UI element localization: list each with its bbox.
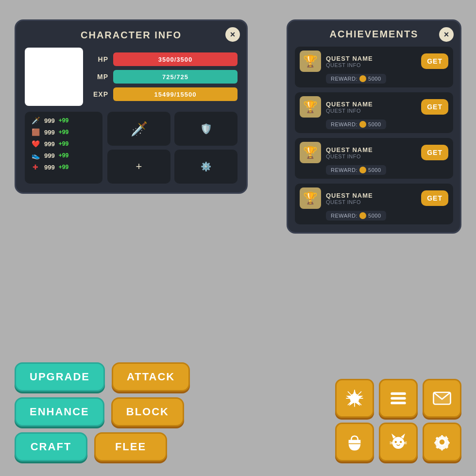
- bottom-buttons-area: UPGRADE ATTACK ENHANCE BLOCK CrAFT FLEE: [15, 362, 190, 461]
- ring-item-icon: ⚙️: [201, 161, 211, 172]
- gear-icon: [432, 432, 452, 452]
- ach-desc: QUEST INFO: [326, 62, 416, 68]
- coin-icon: [359, 212, 366, 219]
- ach-info: QUEST NAME QUEST INFO: [326, 55, 416, 68]
- ach-desc: QUEST INFO: [326, 199, 416, 205]
- inv-item-bonus-4: +99: [59, 164, 68, 170]
- achievement-item: 🏆 QUEST NAME QUEST INFO GET REWARD: 5000: [295, 138, 453, 179]
- ach-info: QUEST NAME QUEST INFO: [326, 146, 416, 159]
- inv-item-count-1: 999: [44, 129, 55, 136]
- trophy-icon: 🏆: [300, 187, 321, 209]
- inv-item-icon-1: 🟫: [31, 127, 40, 137]
- ach-top-row: 🏆 QUEST NAME QUEST INFO GET: [300, 187, 448, 209]
- inv-item-bonus-3: +99: [59, 152, 68, 159]
- mail-button[interactable]: [423, 379, 461, 418]
- ach-info: QUEST NAME QUEST INFO: [326, 192, 416, 205]
- menu-button[interactable]: [379, 379, 418, 418]
- character-info-panel: CHARACTER INFO × HP 3500/3500 MP 725/725…: [15, 19, 248, 194]
- svg-point-12: [392, 437, 405, 449]
- inv-item-bonus-0: +99: [59, 117, 68, 124]
- inventory-item: ✚ 999 +99: [31, 162, 97, 172]
- achievement-item: 🏆 QUEST NAME QUEST INFO GET REWARD: 5000: [295, 184, 453, 224]
- trophy-icon: 🏆: [300, 51, 321, 72]
- achievement-item: 🏆 QUEST NAME QUEST INFO GET REWARD: 5000: [295, 92, 453, 133]
- svg-point-16: [400, 441, 402, 443]
- reward-value: 5000: [368, 76, 381, 82]
- svg-rect-8: [391, 402, 406, 404]
- cat-icon: [388, 432, 408, 452]
- mail-icon: [432, 388, 452, 408]
- cat-button[interactable]: [379, 423, 418, 461]
- hp-label: HP: [90, 55, 108, 63]
- ach-reward: REWARD: 5000: [326, 165, 386, 175]
- svg-rect-7: [391, 397, 406, 399]
- inv-item-count-4: 999: [44, 164, 55, 171]
- get-reward-button[interactable]: GET: [421, 190, 448, 206]
- equip-slot-3[interactable]: +: [107, 150, 170, 184]
- ach-top-row: 🏆 QUEST NAME QUEST INFO GET: [300, 142, 448, 163]
- get-reward-button[interactable]: GET: [421, 99, 448, 115]
- coin-icon: [359, 75, 366, 82]
- ach-close-button[interactable]: ×: [438, 26, 455, 43]
- inv-item-count-0: 999: [44, 117, 55, 124]
- equipment-grid: 🗡️ + 🛡️ + + ⚙️: [107, 112, 238, 184]
- svg-point-15: [395, 441, 397, 443]
- equip-plus-icon-2: +: [136, 160, 142, 173]
- get-reward-button[interactable]: GET: [421, 145, 448, 160]
- shield-item-icon: 🛡️: [200, 123, 212, 135]
- button-row-3: CrAFT FLEE: [15, 432, 190, 461]
- ach-reward: REWARD: 5000: [326, 74, 386, 84]
- hp-bar: 3500/3500: [113, 52, 238, 66]
- equip-slot-2[interactable]: + 🛡️: [174, 112, 238, 146]
- inventory-list: 🗡️ 999 +99 🟫 999 +99 ❤️ 999 +99 👟 999 +9…: [25, 112, 102, 184]
- reward-value: 5000: [368, 121, 381, 127]
- flee-button[interactable]: FLEE: [94, 432, 167, 461]
- trophy-icon: 🏆: [300, 96, 321, 118]
- mp-label: MP: [90, 73, 108, 81]
- char-top-section: HP 3500/3500 MP 725/725 EXP 15499/15500: [25, 48, 238, 106]
- bag-button[interactable]: [335, 423, 374, 461]
- equip-slot-4[interactable]: + ⚙️: [174, 150, 238, 184]
- star-button[interactable]: [335, 379, 374, 418]
- ach-info: QUEST NAME QUEST INFO: [326, 101, 416, 114]
- inv-item-icon-4: ✚: [31, 162, 40, 172]
- reward-label: REWARD:: [331, 213, 357, 219]
- inventory-item: ❤️ 999 +99: [31, 139, 97, 149]
- block-button[interactable]: BLOCK: [111, 397, 184, 426]
- equip-slot-1[interactable]: 🗡️: [107, 112, 170, 146]
- reward-label: REWARD:: [331, 121, 357, 127]
- mp-bar: 725/725: [113, 70, 238, 84]
- inv-item-icon-2: ❤️: [31, 139, 40, 149]
- menu-icon: [388, 388, 408, 408]
- ach-top-row: 🏆 QUEST NAME QUEST INFO GET: [300, 96, 448, 118]
- reward-label: REWARD:: [331, 76, 357, 82]
- attack-button[interactable]: ATTACK: [112, 362, 190, 391]
- inventory-item: 👟 999 +99: [31, 151, 97, 160]
- coin-icon: [359, 121, 366, 128]
- inv-item-bonus-1: +99: [59, 129, 68, 136]
- exp-bar: 15499/15500: [113, 87, 238, 101]
- reward-value: 5000: [368, 167, 381, 173]
- inventory-item: 🗡️ 999 +99: [31, 116, 97, 125]
- gear-button[interactable]: [423, 423, 461, 461]
- get-reward-button[interactable]: GET: [421, 53, 448, 69]
- achievement-item: 🏆 QUEST NAME QUEST INFO GET REWARD: 5000: [295, 47, 453, 87]
- ach-reward: REWARD: 5000: [326, 211, 386, 221]
- exp-label: EXP: [90, 90, 108, 98]
- inventory-item: 🟫 999 +99: [31, 127, 97, 137]
- craft-button[interactable]: CrAFT: [15, 432, 87, 461]
- sword-item-icon: 🗡️: [131, 121, 148, 137]
- ach-top-row: 🏆 QUEST NAME QUEST INFO GET: [300, 51, 448, 72]
- avatar: [25, 48, 83, 106]
- char-panel-title: CHARACTER INFO: [25, 30, 238, 41]
- svg-rect-6: [391, 392, 406, 395]
- trophy-icon: 🏆: [300, 142, 321, 163]
- upgrade-button[interactable]: UPGRADE: [15, 362, 105, 391]
- exp-row: EXP 15499/15500: [90, 87, 238, 101]
- button-row-2: ENHANCE BLOCK: [15, 397, 190, 426]
- char-close-button[interactable]: ×: [224, 26, 241, 43]
- hp-row: HP 3500/3500: [90, 52, 238, 66]
- enhance-button[interactable]: ENHANCE: [15, 397, 104, 426]
- mp-row: MP 725/725: [90, 70, 238, 84]
- stats-area: HP 3500/3500 MP 725/725 EXP 15499/15500: [90, 48, 238, 106]
